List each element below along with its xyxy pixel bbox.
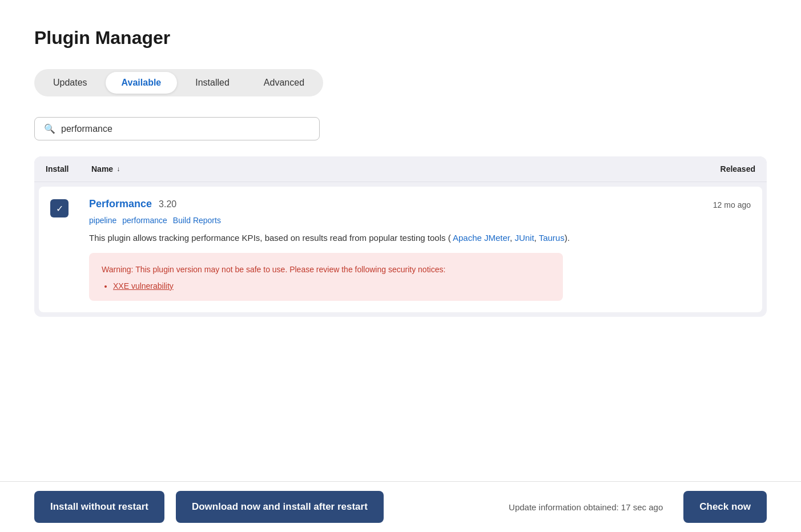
col-released-header: Released — [675, 164, 755, 174]
tag-build-reports[interactable]: Build Reports — [173, 216, 221, 225]
xxe-vulnerability-link[interactable]: XXE vulnerability — [113, 281, 174, 291]
warning-box: Warning: This plugin version may not be … — [89, 253, 563, 301]
search-input[interactable] — [61, 124, 310, 134]
plugin-released: 12 mo ago — [671, 198, 751, 209]
tab-installed[interactable]: Installed — [179, 72, 245, 94]
tags-row: pipeline performance Build Reports — [89, 216, 671, 225]
plugin-name[interactable]: Performance — [89, 198, 152, 210]
plugin-title-row: Performance 3.20 — [89, 198, 671, 210]
warning-text: Warning: This plugin version may not be … — [102, 263, 550, 276]
description-text-before: This plugin allows tracking performance … — [89, 233, 453, 243]
sort-arrow-icon: ↓ — [116, 165, 120, 173]
plugin-checkbox-col: ✓ — [50, 198, 89, 217]
download-and-install-button[interactable]: Download now and install after restart — [176, 491, 384, 523]
bottom-bar: Install without restart Download now and… — [0, 481, 801, 532]
table-header: Install Name ↓ Released — [34, 156, 767, 182]
link-taurus[interactable]: Taurus — [539, 233, 565, 243]
check-now-button[interactable]: Check now — [683, 491, 767, 523]
plugin-description: This plugin allows tracking performance … — [89, 232, 671, 245]
table-row: ✓ Performance 3.20 pipeline performance … — [39, 187, 762, 312]
plugin-version: 3.20 — [159, 199, 176, 209]
tab-available[interactable]: Available — [106, 72, 178, 94]
tab-advanced[interactable]: Advanced — [248, 72, 320, 94]
col-install-header: Install — [46, 164, 91, 174]
link-junit[interactable]: JUnit — [514, 233, 534, 243]
tag-performance[interactable]: performance — [122, 216, 167, 225]
install-without-restart-button[interactable]: Install without restart — [34, 491, 164, 523]
plugin-info: Performance 3.20 pipeline performance Bu… — [89, 198, 671, 301]
link-apache-jmeter[interactable]: Apache JMeter — [453, 233, 510, 243]
tab-updates[interactable]: Updates — [37, 72, 103, 94]
search-container: 🔍 — [34, 117, 767, 140]
checkmark-icon: ✓ — [56, 203, 63, 214]
plugin-table: Install Name ↓ Released ✓ Performance 3.… — [34, 156, 767, 317]
search-box: 🔍 — [34, 117, 320, 140]
tag-pipeline[interactable]: pipeline — [89, 216, 116, 225]
warning-list: XXE vulnerability — [102, 281, 550, 291]
tabs-container: Updates Available Installed Advanced — [34, 69, 323, 96]
page-title: Plugin Manager — [34, 27, 767, 49]
description-text-after: ). — [565, 233, 570, 243]
col-name-header[interactable]: Name ↓ — [91, 164, 675, 174]
plugin-install-checkbox[interactable]: ✓ — [50, 199, 69, 217]
search-icon: 🔍 — [44, 123, 55, 134]
update-info-text: Update information obtained: 17 sec ago — [395, 502, 663, 512]
